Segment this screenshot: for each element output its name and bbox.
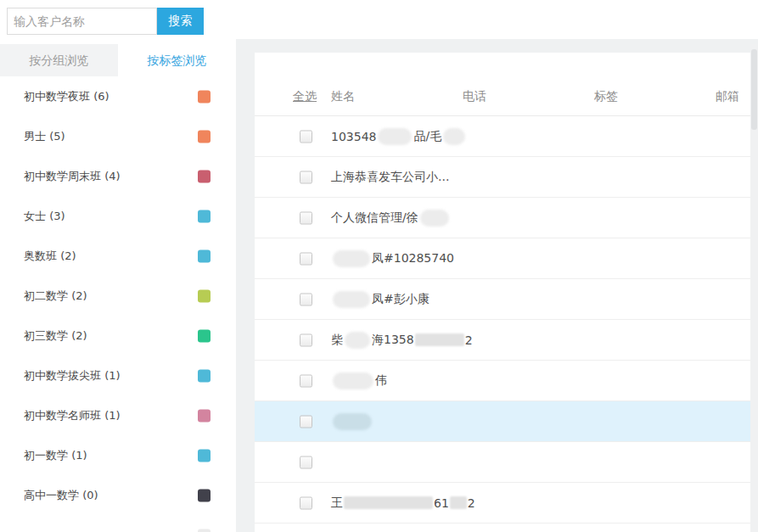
tag-item[interactable]: 初二数学 (2): [0, 276, 236, 316]
name-text-segment: 2: [465, 333, 473, 347]
row-checkbox[interactable]: [300, 293, 312, 305]
redacted-segment: [333, 413, 372, 430]
tag-label: 初中数学夜班 (6): [24, 89, 109, 104]
redacted-segment: [450, 496, 467, 509]
name-text-segment: 2: [468, 496, 475, 510]
customer-name: 凤#10285740: [331, 250, 454, 267]
name-text-segment: 凤#10285740: [372, 251, 454, 266]
select-all-link[interactable]: 全选: [293, 89, 317, 104]
column-header-name: 姓名: [331, 89, 355, 104]
table-row[interactable]: 凤#彭小康: [255, 279, 758, 320]
tag-color-swatch: [198, 449, 211, 462]
tag-color-swatch: [198, 409, 211, 422]
tag-item[interactable]: 初中数学名师班 (1): [0, 395, 236, 435]
name-text-segment: 个人微信管理/徐: [331, 210, 418, 226]
name-text-segment: 品/毛: [413, 129, 441, 144]
sidebar: 按分组浏览 按标签浏览 初中数学夜班 (6) 男士 (5) 初中数学周末班 (4…: [0, 44, 236, 532]
table-row[interactable]: [255, 442, 758, 483]
tag-color-swatch: [198, 369, 211, 382]
customer-table-card: 全选 姓名 电话 标签 邮箱 103548品/毛 上海恭喜发车公司小... 个人…: [255, 53, 758, 532]
table-row[interactable]: 柴海13582: [255, 320, 758, 361]
tag-color-swatch: [198, 170, 211, 182]
redacted-segment: [333, 372, 373, 389]
tag-item[interactable]: 初三数学 (2): [0, 316, 236, 356]
tag-label: 奥数班 (2): [24, 249, 76, 264]
table-row[interactable]: 王612: [255, 483, 758, 524]
redacted-segment: [443, 128, 465, 145]
row-checkbox[interactable]: [300, 171, 312, 183]
name-text-segment: 上海恭喜发车公司小...: [331, 170, 449, 185]
column-header-tag: 标签: [594, 89, 618, 104]
name-text-segment: 103548: [331, 130, 376, 143]
row-checkbox[interactable]: [300, 456, 312, 468]
tag-label: 初三数学 (2): [24, 328, 87, 344]
row-checkbox[interactable]: [300, 374, 312, 387]
name-text-segment: 柴: [331, 333, 343, 348]
row-checkbox[interactable]: [300, 496, 312, 509]
tag-color-swatch: [198, 289, 211, 302]
table-row[interactable]: 个人微信管理/徐: [255, 198, 758, 238]
scrollbar-track[interactable]: [750, 44, 758, 532]
row-checkbox[interactable]: [300, 211, 312, 224]
tag-label: 男士 (5): [24, 129, 65, 144]
customer-name: 上海恭喜发车公司小...: [331, 170, 449, 185]
tag-item[interactable]: 初中数学拔尖班 (1): [0, 356, 236, 395]
name-text-segment: 伟: [375, 373, 387, 389]
search-button[interactable]: 搜索: [157, 8, 204, 35]
customer-name: 伟: [331, 372, 387, 389]
redacted-segment: [415, 333, 464, 346]
name-text-segment: 凤#彭小康: [372, 292, 430, 307]
redacted-segment: [378, 128, 412, 145]
tag-item[interactable]: 初中数学夜班 (6): [0, 76, 236, 116]
tag-label: 高中一数学 (0): [24, 488, 98, 503]
redacted-segment: [420, 210, 449, 227]
table-row[interactable]: 103548品/毛: [255, 116, 758, 157]
redacted-segment: [333, 250, 370, 267]
search-input[interactable]: [7, 8, 157, 35]
row-checkbox[interactable]: [300, 130, 312, 143]
name-text-segment: 61: [434, 496, 449, 510]
column-header-phone: 电话: [463, 89, 486, 104]
table-row[interactable]: 上海恭喜发车公司小...: [255, 157, 758, 198]
customer-name: 个人微信管理/徐: [331, 210, 451, 227]
column-header-email: 邮箱: [716, 89, 739, 104]
tag-item[interactable]: 女士 (3): [0, 196, 236, 236]
tag-item[interactable]: 男士 (5): [0, 116, 236, 156]
tag-item[interactable]: 初中数学周末班 (4): [0, 156, 236, 196]
tag-color-swatch: [198, 249, 211, 262]
customer-name: 王612: [331, 496, 475, 511]
customer-name: 凤#彭小康: [331, 291, 430, 308]
row-checkbox[interactable]: [300, 333, 312, 346]
tag-label: 初中数学名师班 (1): [24, 408, 121, 423]
name-text-segment: 王: [331, 496, 343, 511]
tag-color-swatch: [198, 329, 211, 342]
tag-label: 初中数学周末班 (4): [24, 169, 121, 184]
tag-color-swatch: [198, 489, 211, 501]
name-text-segment: 海1358: [372, 333, 414, 348]
tab-browse-by-tag[interactable]: 按标签浏览: [118, 44, 236, 76]
tag-item[interactable]: [0, 515, 236, 532]
redacted-segment: [345, 332, 370, 349]
tag-item[interactable]: 高中一数学 (0): [0, 475, 236, 515]
customer-name: 柴海13582: [331, 332, 473, 349]
tag-label: 初一数学 (1): [24, 448, 87, 463]
table-header: 全选 姓名 电话 标签 邮箱: [255, 53, 758, 116]
sidebar-tabs: 按分组浏览 按标签浏览: [0, 44, 236, 76]
tag-label: 初二数学 (2): [24, 288, 87, 304]
tag-list: 初中数学夜班 (6) 男士 (5) 初中数学周末班 (4) 女士 (3) 奥数班…: [0, 76, 236, 532]
tag-item[interactable]: 奥数班 (2): [0, 236, 236, 276]
customer-name: [331, 413, 373, 430]
scrollbar-thumb[interactable]: [751, 49, 757, 130]
tag-color-swatch: [198, 130, 211, 143]
table-row[interactable]: 凤#10285740: [255, 238, 758, 279]
redacted-segment: [333, 291, 370, 308]
tag-item[interactable]: 初一数学 (1): [0, 435, 236, 475]
crm-customer-page: 搜索 按分组浏览 按标签浏览 初中数学夜班 (6) 男士 (5) 初中数学周末班…: [0, 0, 758, 532]
row-checkbox[interactable]: [300, 415, 312, 428]
tab-browse-by-group[interactable]: 按分组浏览: [0, 44, 118, 76]
table-row[interactable]: [255, 401, 758, 442]
customer-name: 103548品/毛: [331, 128, 467, 145]
table-row[interactable]: 伟: [255, 361, 758, 401]
row-checkbox[interactable]: [300, 252, 312, 265]
redacted-segment: [344, 496, 433, 509]
